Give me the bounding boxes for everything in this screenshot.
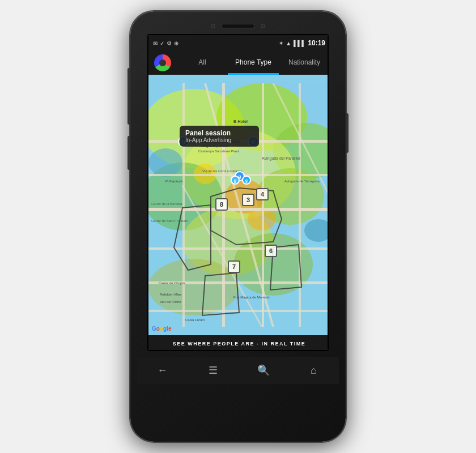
svg-rect-21	[182, 83, 185, 327]
tab-nationality[interactable]: Nationality	[279, 51, 329, 75]
svg-text:Carrer de la Bordeta: Carrer de la Bordeta	[151, 202, 182, 206]
nav-bar: ← ☰ 🔍 ⌂	[137, 357, 339, 384]
svg-rect-24	[299, 83, 301, 327]
svg-text:Caixa Forum: Caixa Forum	[185, 318, 205, 322]
camera-dot	[211, 24, 215, 28]
home-button[interactable]: ⌂	[303, 361, 325, 379]
svg-text:B-Hotel: B-Hotel	[233, 119, 248, 123]
bluetooth-icon: ✶	[279, 40, 283, 46]
tab-bar: All Phone Type Nationality	[148, 51, 329, 75]
svg-text:Avinguda del Paral·lel: Avinguda del Paral·lel	[262, 156, 300, 161]
svg-text:Avinguda de Tarragona: Avinguda de Tarragona	[284, 180, 320, 183]
usb-icon: ⊕	[174, 40, 178, 46]
bottom-banner: SEE WHERE PEOPLE ARE - IN REAL TIME	[148, 335, 329, 351]
person-marker-4: g	[242, 176, 251, 185]
map-marker-6: 6	[265, 245, 277, 257]
map-marker-7: 7	[228, 260, 240, 273]
status-time: 10:19	[308, 39, 325, 47]
signal-icon: ▌▌▌	[294, 40, 305, 46]
search-button[interactable]: 🔍	[252, 361, 275, 379]
popup-title: Panel session	[185, 129, 253, 137]
google-logo: Google	[152, 326, 171, 332]
svg-text:Catalunya Barcelona Plaza: Catalunya Barcelona Plaza	[198, 149, 240, 153]
tab-phone-type[interactable]: Phone Type	[228, 51, 279, 75]
check-icon: ✓	[160, 40, 164, 46]
back-icon: ←	[158, 365, 168, 377]
wifi-icon: ▲	[286, 40, 291, 46]
svg-point-13	[148, 148, 182, 177]
status-bar: ✉ ✓ ⚙ ⊕ ✶ ▲ ▌▌▌ 10:19	[148, 35, 329, 51]
svg-text:Carrer de Chopin: Carrer de Chopin	[159, 281, 185, 285]
phone-device: ✉ ✓ ⚙ ⊕ ✶ ▲ ▌▌▌ 10:19 All	[130, 11, 346, 442]
svg-text:Van der Riche: Van der Riche	[160, 300, 181, 304]
map-svg: Carrer de la Diputació Via de les Corts …	[148, 75, 329, 335]
panel-session-popup: Panel session In-App Advertising	[180, 126, 259, 147]
search-icon: 🔍	[257, 364, 270, 377]
svg-text:Pi Espanyà: Pi Espanyà	[165, 180, 183, 183]
camera-dot2	[261, 24, 265, 28]
map-area[interactable]: Carrer de la Diputació Via de les Corts …	[148, 75, 329, 335]
person-marker-5: g	[231, 176, 240, 185]
settings-icon: ⚙	[167, 40, 172, 46]
svg-rect-17	[148, 208, 329, 211]
map-marker-4: 4	[256, 188, 269, 200]
banner-text: SEE WHERE PEOPLE ARE - IN REAL TIME	[173, 341, 306, 347]
phone-top-bar	[137, 22, 339, 34]
svg-point-9	[148, 259, 239, 315]
map-background: Carrer de la Diputació Via de les Corts …	[148, 75, 329, 335]
home-icon: ⌂	[311, 365, 317, 377]
svg-text:Refelden Mies: Refelden Mies	[160, 293, 181, 296]
app-logo	[148, 51, 177, 75]
menu-button[interactable]: ☰	[202, 361, 224, 379]
email-icon: ✉	[153, 40, 158, 46]
back-button[interactable]: ←	[151, 361, 174, 379]
status-icons-right: ✶ ▲ ▌▌▌ 10:19	[279, 39, 325, 47]
status-icons-left: ✉ ✓ ⚙ ⊕	[153, 40, 178, 46]
svg-text:Fort Màgica de Montjuïc: Fort Màgica de Montjuïc	[233, 296, 270, 299]
svg-text:Carrer de Sant Fructuós: Carrer de Sant Fructuós	[151, 219, 188, 223]
speaker-grill	[221, 24, 255, 28]
logo-icon	[154, 54, 171, 71]
map-marker-8: 8	[215, 198, 228, 211]
phone-screen: ✉ ✓ ⚙ ⊕ ✶ ▲ ▌▌▌ 10:19 All	[147, 34, 329, 351]
popup-subtitle: In-App Advertising	[185, 137, 253, 143]
menu-icon: ☰	[209, 364, 218, 377]
tab-all[interactable]: All	[177, 51, 228, 75]
map-marker-3: 3	[242, 194, 254, 206]
